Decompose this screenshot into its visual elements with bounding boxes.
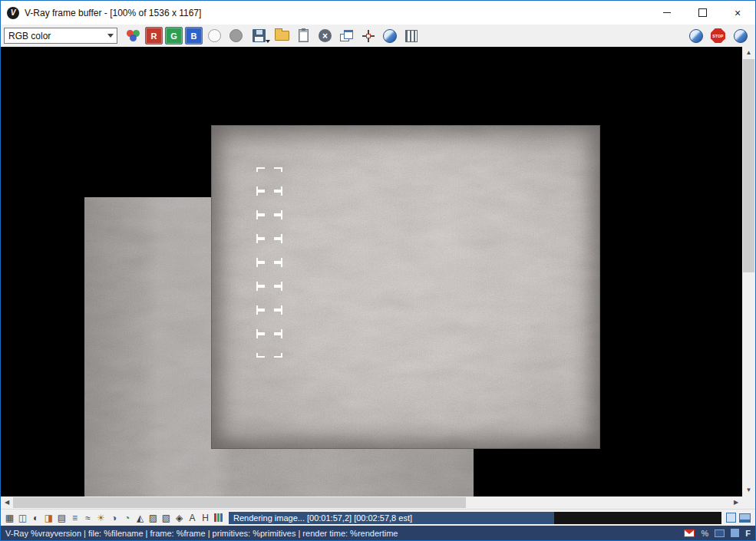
interactive-render-button[interactable] [380, 26, 399, 45]
render-button[interactable] [731, 26, 750, 45]
hue-saturation-icon[interactable]: ◔ [121, 512, 133, 524]
corrections-icon-strip: ▦◫◐◨▤≡≈☀◑◔◭▨▧◈AH [4, 512, 224, 524]
color-balance-icon[interactable]: ◭ [134, 512, 146, 524]
save-icon [253, 29, 266, 42]
rgb-dots-icon [127, 30, 140, 41]
main-toolbar: RGB color R G B × [1, 25, 755, 47]
horizontal-scroll-thumb[interactable] [13, 497, 466, 508]
save-small-icon[interactable] [731, 529, 739, 537]
canvas-area: ▲ ▼ ◀ ▶ [1, 47, 755, 509]
curves-icon[interactable]: ≈ [82, 512, 94, 524]
rgb-columns-icon[interactable] [213, 512, 224, 524]
duplicate-windows-icon [340, 30, 353, 41]
progress-message: Rendering image... [00:01:57,2] [00:02:5… [233, 513, 412, 523]
blue-channel-button[interactable]: B [185, 27, 203, 45]
render-controls: STOP [686, 26, 752, 45]
window-title: V-Ray frame buffer - [100% of 1536 x 116… [25, 8, 201, 18]
save-image-button[interactable] [248, 26, 270, 45]
rgb-color-button[interactable] [124, 26, 143, 45]
red-channel-button[interactable]: R [145, 27, 163, 45]
green-channel-button[interactable]: G [165, 27, 183, 45]
render-progress-bar: Rendering image... [00:01:57,2] [00:02:5… [229, 512, 721, 524]
render-bucket-marker [256, 262, 282, 286]
vray-frame-buffer-window: V V-Ray frame buffer - [100% of 1536 x 1… [0, 0, 756, 541]
duplicate-to-host-button[interactable] [337, 26, 356, 45]
vray-logo-icon: V [7, 7, 19, 19]
crosshair-icon [362, 30, 375, 42]
render-bucket-marker [256, 191, 282, 215]
striped-square-icon [405, 30, 418, 42]
status-right-icons: % F [684, 529, 751, 538]
background-image-icon[interactable]: ▨ [147, 512, 159, 524]
titlebar: V V-Ray frame buffer - [100% of 1536 x 1… [1, 1, 755, 25]
history-icon[interactable]: H [200, 512, 211, 524]
display-window-icon[interactable] [739, 513, 751, 523]
chevron-down-icon [104, 28, 117, 43]
render-icon [734, 29, 748, 43]
status-bar: V-Ray %vrayversion | file: %filename | f… [1, 526, 755, 540]
vertical-scrollbar[interactable]: ▲ ▼ [742, 47, 755, 496]
scroll-right-arrow[interactable]: ▶ [730, 496, 742, 509]
scroll-up-arrow[interactable]: ▲ [742, 47, 755, 59]
window-controls: × [649, 1, 755, 25]
minimize-button[interactable] [649, 1, 685, 25]
f-label: F [745, 529, 751, 538]
monitor-icon[interactable] [715, 529, 725, 537]
maximize-button[interactable] [685, 1, 720, 25]
white-balance-icon[interactable]: ◑ [108, 512, 120, 524]
force-color-clamping-icon[interactable]: ◐ [30, 512, 41, 524]
pixel-info-button[interactable] [401, 26, 421, 45]
follow-mouse-button[interactable] [358, 26, 378, 45]
render-viewport[interactable] [1, 47, 742, 496]
stop-icon: STOP [711, 28, 725, 43]
scroll-down-arrow[interactable]: ▼ [742, 484, 755, 496]
render-last-icon [689, 29, 703, 43]
use-pixel-aspect-icon[interactable]: ▦ [4, 512, 15, 524]
lut-icon[interactable]: ▧ [160, 512, 172, 524]
maximize-icon [698, 8, 707, 17]
icc-profile-icon[interactable]: ◈ [173, 512, 185, 524]
show-corrections-control-icon[interactable]: ◫ [17, 512, 28, 524]
green-channel-label: G [170, 31, 177, 41]
render-bucket-marker [256, 215, 282, 239]
color-corrections-panel-icon[interactable] [726, 513, 736, 523]
bucket-column [256, 167, 282, 358]
channel-select[interactable]: RGB color [4, 28, 117, 44]
channel-select-value: RGB color [8, 31, 51, 41]
clear-icon: × [319, 29, 332, 42]
vray-orb-icon [383, 29, 397, 43]
corrections-toolbar: ▦◫◐◨▤≡≈☀◑◔◭▨▧◈AH Rendering image... [00:… [1, 509, 755, 526]
save-options-chevron-icon[interactable] [266, 40, 270, 43]
red-channel-label: R [151, 31, 157, 41]
render-bucket-marker [256, 239, 282, 262]
percent-label: % [701, 529, 708, 538]
view-clamped-colors-icon[interactable]: ◨ [43, 512, 54, 524]
clear-image-button[interactable]: × [315, 26, 335, 45]
stamp-icon[interactable]: A [187, 512, 198, 524]
render-bucket-marker [256, 167, 282, 191]
pixel-information-icon[interactable]: ▤ [56, 512, 68, 524]
alpha-circle-icon [229, 29, 243, 42]
stop-button[interactable]: STOP [708, 26, 728, 45]
render-last-button[interactable] [686, 26, 705, 45]
clipboard-icon [299, 29, 309, 42]
alpha-button[interactable] [226, 26, 246, 45]
exposure-icon[interactable]: ☀ [95, 512, 107, 524]
blue-channel-label: B [191, 31, 197, 41]
corrections-right-icons [726, 513, 752, 523]
monochromatic-button[interactable] [205, 26, 224, 45]
render-bucket-marker [256, 286, 282, 310]
vertical-scroll-thumb[interactable] [743, 59, 754, 272]
levels-icon[interactable]: ≡ [69, 512, 81, 524]
stop-label: STOP [712, 34, 723, 38]
monochrome-circle-icon [208, 29, 221, 42]
copy-to-clipboard-button[interactable] [294, 26, 313, 45]
horizontal-scrollbar[interactable]: ◀ ▶ [1, 496, 742, 509]
close-button[interactable]: × [720, 1, 755, 25]
folder-icon [275, 31, 289, 41]
mail-icon[interactable] [684, 529, 695, 537]
scrollbar-corner [742, 496, 755, 509]
stamp-text: V-Ray %vrayversion | file: %filename | f… [5, 529, 398, 538]
load-image-button[interactable] [272, 26, 292, 45]
scroll-left-arrow[interactable]: ◀ [1, 496, 13, 509]
